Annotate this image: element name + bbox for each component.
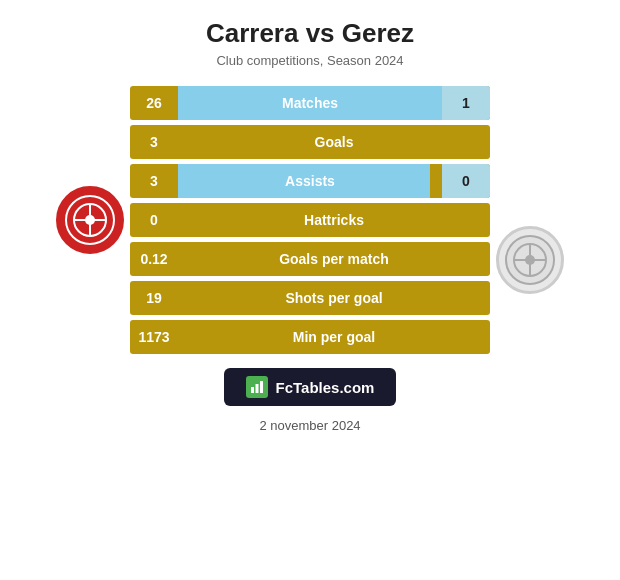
stat-left-min-per-goal: 1173 xyxy=(130,329,178,345)
stat-row-min-per-goal: 1173Min per goal xyxy=(130,320,490,354)
stat-left-matches: 26 xyxy=(130,95,178,111)
stat-label-goals-per-match: Goals per match xyxy=(178,251,490,267)
stat-row-shots-per-goal: 19Shots per goal xyxy=(130,281,490,315)
stat-row-assists: 3Assists0 xyxy=(130,164,490,198)
stat-row-goals: 3Goals xyxy=(130,125,490,159)
stat-left-goals-per-match: 0.12 xyxy=(130,251,178,267)
stat-label-hattricks: Hattricks xyxy=(178,212,490,228)
stat-left-hattricks: 0 xyxy=(130,212,178,228)
subtitle: Club competitions, Season 2024 xyxy=(216,53,403,68)
svg-rect-10 xyxy=(251,387,254,393)
stat-label-goals: Goals xyxy=(178,134,490,150)
stats-container: 26Matches13Goals3Assists00Hattricks0.12G… xyxy=(130,86,490,354)
stat-right-matches: 1 xyxy=(442,86,490,120)
fctables-text: FcTables.com xyxy=(276,379,375,396)
svg-rect-11 xyxy=(255,384,258,393)
stat-left-shots-per-goal: 19 xyxy=(130,290,178,306)
svg-point-4 xyxy=(85,215,95,225)
stat-label-matches: Matches xyxy=(178,95,442,111)
right-logo-container xyxy=(490,226,570,294)
stat-row-hattricks: 0Hattricks xyxy=(130,203,490,237)
fctables-badge: FcTables.com xyxy=(224,368,397,406)
right-team-logo xyxy=(496,226,564,294)
svg-rect-12 xyxy=(260,381,263,393)
stat-right-assists: 0 xyxy=(442,164,490,198)
left-logo-container xyxy=(50,186,130,254)
stat-label-shots-per-goal: Shots per goal xyxy=(178,290,490,306)
stat-row-goals-per-match: 0.12Goals per match xyxy=(130,242,490,276)
main-section: 26Matches13Goals3Assists00Hattricks0.12G… xyxy=(20,86,600,354)
comparison-card: Carrera vs Gerez Club competitions, Seas… xyxy=(0,0,620,580)
svg-point-9 xyxy=(525,255,535,265)
stat-label-min-per-goal: Min per goal xyxy=(178,329,490,345)
stat-row-matches: 26Matches1 xyxy=(130,86,490,120)
stat-label-assists: Assists xyxy=(178,173,442,189)
stat-left-goals: 3 xyxy=(130,134,178,150)
stat-left-assists: 3 xyxy=(130,173,178,189)
left-team-logo xyxy=(56,186,124,254)
fctables-icon xyxy=(246,376,268,398)
footer-date: 2 november 2024 xyxy=(259,418,360,433)
page-title: Carrera vs Gerez xyxy=(206,18,414,49)
